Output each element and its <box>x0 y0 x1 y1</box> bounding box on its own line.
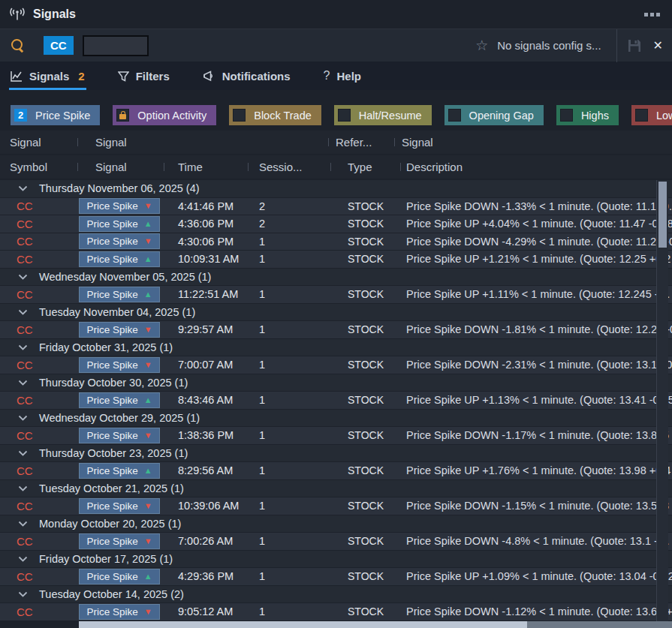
group-header-row[interactable]: Thursday October 30, 2025 (1) <box>0 374 672 392</box>
signal-badge[interactable]: Price Spike ▼ <box>79 198 160 214</box>
tab-notifications[interactable]: Notifications <box>201 62 292 90</box>
horizontal-scrollbar[interactable] <box>79 621 672 628</box>
filter-chip-option-activity[interactable]: Option Activity <box>113 105 216 125</box>
direction-arrow-icon: ▼ <box>144 431 152 440</box>
signal-row[interactable]: CC Price Spike ▲ 11:22:51 AM 1 STOCK Pri… <box>0 286 672 304</box>
signal-row[interactable]: CC Price Spike ▲ 10:09:31 AM 1 STOCK Pri… <box>0 251 672 269</box>
header-signal-group[interactable]: Signal <box>77 131 328 154</box>
header-description[interactable]: Description <box>400 155 672 179</box>
signal-row[interactable]: CC Price Spike ▼ 1:38:36 PM 1 STOCK Pric… <box>0 427 672 445</box>
signal-badge[interactable]: Price Spike ▼ <box>79 357 160 373</box>
megaphone-icon <box>203 71 215 82</box>
symbol-cell[interactable]: CC <box>0 235 77 248</box>
description-cell: Price Spike UP +4.04% < 1 minute. (Quote… <box>400 218 672 230</box>
header-symbol[interactable]: Symbol <box>0 155 77 179</box>
signal-badge[interactable]: Price Spike ▲ <box>79 287 160 302</box>
search-input[interactable] <box>83 35 149 56</box>
signal-badge[interactable]: Price Spike ▲ <box>79 216 160 232</box>
signal-badge[interactable]: Price Spike ▼ <box>79 498 160 514</box>
group-header-row[interactable]: Wednesday October 29, 2025 (1) <box>0 410 672 428</box>
group-header-row[interactable]: Friday October 17, 2025 (1) <box>0 551 672 569</box>
vertical-scrollbar[interactable] <box>656 180 668 621</box>
search-icon[interactable] <box>11 38 26 53</box>
signal-row[interactable]: CC Price Spike ▼ 9:05:12 AM 1 STOCK Pric… <box>0 603 672 621</box>
symbol-cell[interactable]: CC <box>0 605 77 618</box>
group-header-row[interactable]: Tuesday October 14, 2025 (2) <box>0 586 672 604</box>
symbol-cell[interactable]: CC <box>0 429 77 442</box>
filter-chip-block-trade[interactable]: Block Trade <box>229 105 321 125</box>
header-signal-group[interactable]: Signal <box>0 131 77 154</box>
favorite-star-icon[interactable]: ☆ <box>475 37 488 54</box>
header-signal[interactable]: Signal <box>77 155 164 179</box>
signal-badge[interactable]: Price Spike ▲ <box>79 392 160 408</box>
session-cell: 1 <box>248 535 330 547</box>
signal-row[interactable]: CC Price Spike ▼ 7:00:26 AM 1 STOCK Pric… <box>0 533 672 551</box>
signal-cell: Price Spike ▲ <box>77 251 164 267</box>
type-cell: STOCK <box>330 253 400 265</box>
filter-chip-lows[interactable]: Lows <box>631 105 672 125</box>
time-cell: 9:29:57 AM <box>164 323 248 335</box>
signal-badge[interactable]: Price Spike ▼ <box>79 533 160 549</box>
group-header-row[interactable]: Tuesday October 21, 2025 (1) <box>0 480 672 498</box>
symbol-cell[interactable]: CC <box>0 218 77 230</box>
group-header-row[interactable]: Thursday October 23, 2025 (1) <box>0 445 672 463</box>
symbol-cell[interactable]: CC <box>0 288 77 301</box>
filter-chip-price-spike[interactable]: 2 Price Spike <box>11 105 100 125</box>
signal-badge[interactable]: Price Spike ▲ <box>79 569 160 584</box>
tab-help[interactable]: ? Help <box>322 62 363 90</box>
description-cell: Price Spike DOWN -1.81% < 1 minute. (Quo… <box>400 323 672 335</box>
header-reference-group[interactable]: Refer... <box>328 131 394 154</box>
signal-row[interactable]: CC Price Spike ▼ 7:00:07 AM 1 STOCK Pric… <box>0 356 672 374</box>
tab-label: Filters <box>136 70 170 83</box>
symbol-cell[interactable]: CC <box>0 253 77 266</box>
header-type[interactable]: Type <box>330 155 400 179</box>
symbol-cell[interactable]: CC <box>0 570 77 583</box>
signal-row[interactable]: CC Price Spike ▼ 9:29:57 AM 1 STOCK Pric… <box>0 321 672 339</box>
signal-badge[interactable]: Price Spike ▼ <box>79 428 160 443</box>
signal-badge[interactable]: Price Spike ▼ <box>79 604 160 620</box>
filter-chip-highs[interactable]: Highs <box>556 105 619 125</box>
direction-arrow-icon: ▲ <box>144 255 152 263</box>
broadcast-icon <box>9 7 26 22</box>
signal-cell: Price Spike ▼ <box>77 533 164 549</box>
header-session[interactable]: Sessio... <box>248 155 330 179</box>
group-header-row[interactable]: Wednesday November 05, 2025 (1) <box>0 269 672 287</box>
signal-badge[interactable]: Price Spike ▼ <box>79 322 160 338</box>
close-icon[interactable]: ✕ <box>653 38 663 53</box>
direction-arrow-icon: ▲ <box>144 396 152 404</box>
group-header-row[interactable]: Thursday November 06, 2025 (4) <box>0 180 672 198</box>
signal-row[interactable]: CC Price Spike ▼ 4:30:06 PM 1 STOCK Pric… <box>0 233 672 251</box>
signal-row[interactable]: CC Price Spike ▲ 8:43:46 AM 1 STOCK Pric… <box>0 392 672 410</box>
horizontal-scrollbar-thumb[interactable] <box>79 621 527 628</box>
description-cell: Price Spike UP +1.21% < 1 minute. (Quote… <box>400 253 672 265</box>
tab-filters[interactable]: Filters <box>116 62 171 90</box>
signal-row[interactable]: CC Price Spike ▲ 4:36:06 PM 2 STOCK Pric… <box>0 215 672 233</box>
tab-signals[interactable]: Signals 2 <box>9 62 86 90</box>
group-header-row[interactable]: Tuesday November 04, 2025 (1) <box>0 304 672 322</box>
vertical-scrollbar-thumb[interactable] <box>658 182 667 248</box>
signal-row[interactable]: CC Price Spike ▼ 10:39:06 AM 1 STOCK Pri… <box>0 497 672 515</box>
signal-row[interactable]: CC Price Spike ▼ 4:41:46 PM 2 STOCK Pric… <box>0 198 672 216</box>
header-signal-group[interactable]: Signal <box>394 131 672 154</box>
symbol-cell[interactable]: CC <box>0 323 77 336</box>
symbol-cell[interactable]: CC <box>0 359 77 371</box>
header-time[interactable]: Time <box>164 155 248 179</box>
save-icon[interactable] <box>628 39 641 53</box>
signal-row[interactable]: CC Price Spike ▲ 4:29:36 PM 1 STOCK Pric… <box>0 568 672 586</box>
signal-badge[interactable]: Price Spike ▲ <box>79 251 160 267</box>
symbol-chip-button[interactable]: CC <box>44 36 74 55</box>
symbol-cell[interactable]: CC <box>0 464 77 477</box>
checkbox-icon <box>560 109 573 122</box>
group-header-row[interactable]: Friday October 31, 2025 (1) <box>0 339 672 357</box>
filter-chip-opening-gap[interactable]: Opening Gap <box>444 105 544 125</box>
overflow-menu-button[interactable] <box>641 10 663 20</box>
signal-badge[interactable]: Price Spike ▲ <box>79 463 160 479</box>
symbol-cell[interactable]: CC <box>0 535 77 548</box>
signal-row[interactable]: CC Price Spike ▲ 8:29:56 AM 1 STOCK Pric… <box>0 462 672 480</box>
group-header-row[interactable]: Monday October 20, 2025 (1) <box>0 515 672 533</box>
symbol-cell[interactable]: CC <box>0 200 77 212</box>
signal-badge[interactable]: Price Spike ▼ <box>79 233 160 249</box>
symbol-cell[interactable]: CC <box>0 394 77 407</box>
filter-chip-halt-resume[interactable]: Halt/Resume <box>334 105 432 125</box>
symbol-cell[interactable]: CC <box>0 500 77 512</box>
